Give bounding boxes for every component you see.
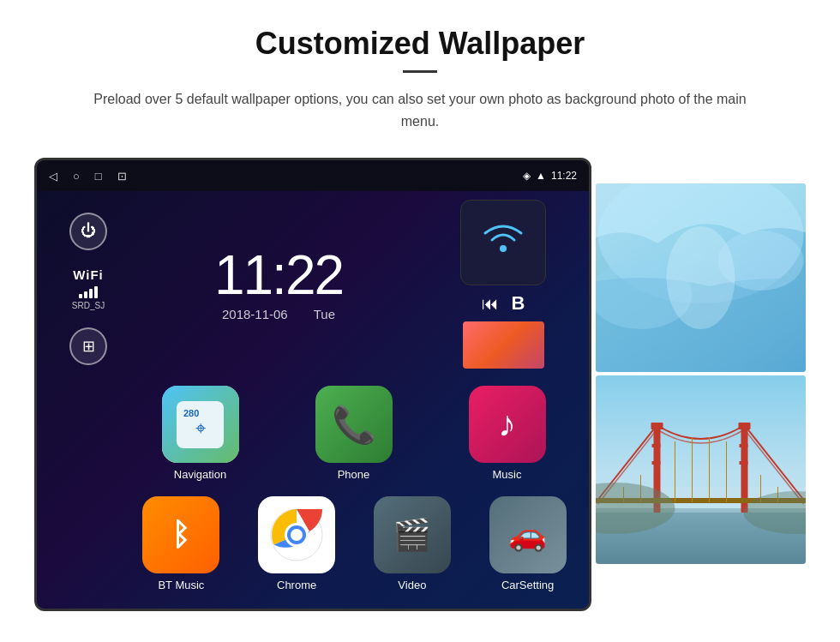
clock-right: ⏮ B [426,200,580,369]
video-app[interactable]: 🎬 Video [358,496,467,591]
clock-time: 11:22 [131,248,426,303]
phone-label: Phone [338,468,370,481]
device-wallpaper-thumb [463,321,544,369]
page-description: Preload over 5 default wallpaper options… [86,88,754,132]
location-icon: ◈ [523,170,531,182]
wallpaper-panel [596,183,806,564]
media-letter-b: B [512,292,525,315]
ice-wallpaper-bg [596,183,806,372]
status-right: ◈ ▲ 11:22 [523,170,577,182]
svg-point-10 [667,226,735,329]
carsetting-label: CarSetting [501,579,554,591]
signal-app-box[interactable] [460,200,546,285]
title-divider [403,70,437,73]
navigation-icon: 280 ⌖ [162,386,239,463]
wifi-bars [72,285,105,298]
svg-rect-0 [473,213,533,273]
prev-track-icon[interactable]: ⏮ [482,294,499,314]
svg-rect-18 [652,444,661,447]
back-icon: ◁ [49,170,57,183]
app-grid-row1: 280 ⌖ Navigation 📞 Phone [37,377,589,489]
wifi-info: WiFi SRD_SJ [72,267,105,310]
navigation-app[interactable]: 280 ⌖ Navigation [127,386,273,481]
carsetting-app[interactable]: 🚗 CarSetting [473,496,582,591]
svg-point-5 [291,529,303,541]
screen-body: ⏻ WiFi SRD_SJ ⊞ [37,191,589,609]
phone-symbol: 📞 [332,404,376,446]
svg-point-1 [500,245,507,252]
left-sidebar: ⏻ WiFi SRD_SJ ⊞ [45,204,131,365]
phone-app[interactable]: 📞 Phone [280,386,427,481]
clock-main: 11:22 2018-11-06 Tue [131,248,426,321]
page-container: Customized Wallpaper Preload over 5 defa… [0,0,840,642]
device-mockup: ◁ ○ □ ⊡ ◈ ▲ 11:22 ⏻ [34,158,591,611]
wifi-bar-1 [79,294,82,298]
recent-icon: □ [95,170,102,183]
carsetting-symbol: 🚗 [508,517,547,553]
music-note-symbol: ♪ [498,404,516,445]
bt-music-icon: ᛒ [142,496,219,573]
svg-rect-20 [652,461,661,465]
bridge-svg [596,375,806,564]
nav-shield: 280 ⌖ [177,401,224,448]
wallpaper-ice[interactable] [596,183,806,372]
screenshot-icon: ⊡ [117,170,127,183]
status-bar: ◁ ○ □ ⊡ ◈ ▲ 11:22 [37,160,589,191]
music-app[interactable]: ♪ Music [434,386,580,481]
bt-music-app[interactable]: ᛒ BT Music [127,496,236,591]
chrome-label: Chrome [277,579,316,591]
chrome-app[interactable]: Chrome [243,496,351,591]
wifi-ssid: SRD_SJ [72,301,105,310]
bt-music-label: BT Music [158,579,204,591]
nav-badge: 280 [183,408,199,418]
clock-date: 2018-11-06 Tue [131,307,426,321]
wifi-bar-3 [89,289,93,298]
video-icon: 🎬 [374,496,451,573]
content-area: ◁ ○ □ ⊡ ◈ ▲ 11:22 ⏻ [34,158,806,611]
nav-inner: 280 ⌖ [162,386,239,463]
time-display: 11:22 [551,170,577,182]
wifi-bar-4 [94,286,98,298]
clock-day: Tue [314,307,335,321]
svg-rect-19 [740,444,748,447]
video-label: Video [398,579,426,591]
home-icon: ○ [73,170,80,183]
carsetting-icon: 🚗 [489,496,567,573]
wifi-bar-2 [84,291,87,298]
bt-symbol: ᛒ [171,517,190,553]
apps-button[interactable]: ⊞ [69,327,107,365]
signal-svg [473,213,533,273]
nav-map-icon: ⌖ [195,417,206,440]
music-icon: ♪ [469,386,546,463]
navigation-label: Navigation [174,468,226,481]
clock-date-value: 2018-11-06 [222,307,288,321]
video-symbol: 🎬 [393,517,431,553]
svg-rect-21 [740,461,748,465]
status-left: ◁ ○ □ ⊡ [49,170,127,183]
power-button[interactable]: ⏻ [69,213,107,250]
wallpaper-bridge[interactable] [596,375,806,564]
chrome-icon [258,496,335,573]
wifi-label: WiFi [72,267,105,282]
bridge-wallpaper-bg [596,375,806,564]
page-title: Customized Wallpaper [34,26,806,62]
music-label: Music [493,468,522,481]
chrome-svg [258,496,335,573]
ice-cave-svg [596,183,806,372]
media-controls: ⏮ B [482,292,525,315]
phone-icon: 📞 [315,386,393,463]
wifi-status-icon: ▲ [536,170,546,182]
clock-section: ⏻ WiFi SRD_SJ ⊞ [37,200,589,377]
app-grid-row2: ᛒ BT Music [37,496,589,591]
